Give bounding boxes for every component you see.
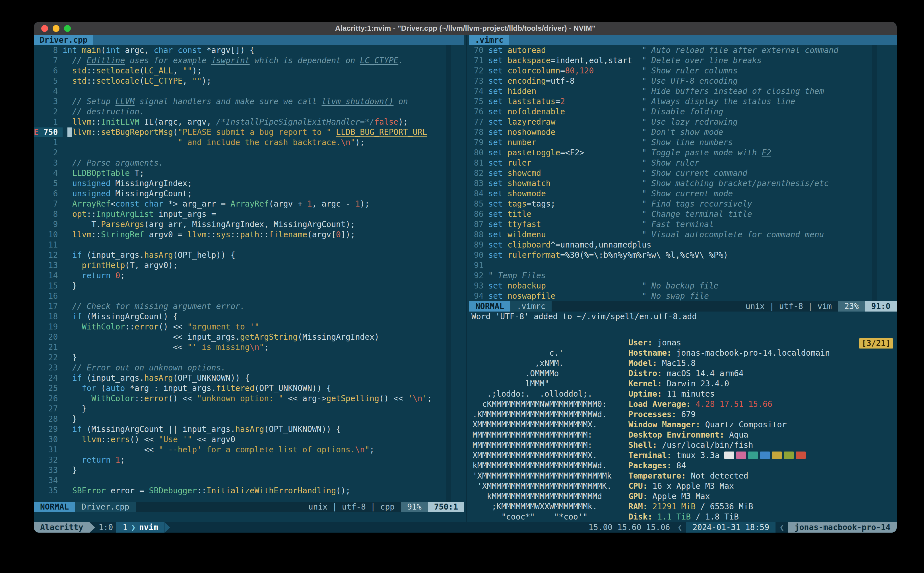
line-number: 1 — [34, 117, 63, 127]
line-number: 26 — [34, 394, 63, 403]
token: ( — [173, 127, 178, 137]
token: Model: — [629, 359, 657, 368]
buffer-line: Processes: 679 — [629, 409, 830, 420]
ascii-art-line: 'XMMMMMMMMMMMMMMMMMMMMMMMMMMk — [472, 471, 611, 481]
token: ' — [422, 394, 427, 403]
token: sys — [216, 230, 231, 239]
buffer-line: 89 set clipboard^=unnamed,unnamedplus — [469, 240, 897, 250]
buffer-line: Load Average: 4.28 17.51 15.66 — [629, 399, 830, 409]
tmux-session-name[interactable]: Alacritty — [34, 522, 90, 532]
token: " Show matching bracket/parenthesis/etc — [642, 178, 829, 188]
pane-driver-cpp[interactable]: Driver.cpp 8 int main(int argc, char con… — [34, 35, 464, 522]
line-number: 10 — [34, 230, 63, 239]
token: Processes: — [629, 410, 677, 419]
buffer-line: 74 set hidden " Hide buffers instead of … — [469, 86, 897, 97]
token: " Delete over line breaks — [642, 56, 761, 65]
chevron-left-icon: ❮ — [780, 522, 784, 532]
token: " — [365, 445, 369, 454]
token: ; — [120, 271, 125, 280]
token — [503, 127, 508, 137]
buffer-line: 27 } — [34, 404, 464, 414]
status-filename: Driver.cpp — [75, 502, 136, 512]
token: " Show ruler — [642, 158, 699, 168]
line-number: 24 — [34, 373, 63, 383]
close-button[interactable] — [41, 25, 48, 32]
token: ( — [101, 45, 106, 55]
token: ); — [192, 66, 202, 75]
token: << input_args. — [63, 332, 240, 342]
token — [63, 127, 67, 137]
token: (OPT_help)) { — [173, 250, 235, 260]
token: jonas-macbook-pro-14.localdomain — [672, 348, 830, 358]
token: "argument to '" — [187, 322, 259, 332]
line-number: 18 — [34, 312, 63, 321]
line-number: 4 — [34, 86, 63, 96]
token: "" — [192, 76, 202, 86]
code-buffer-vimrc[interactable]: 70 set autoread " Auto reload file after… — [469, 45, 897, 301]
line-number: 11 — [34, 240, 63, 249]
pane-neofetch[interactable]: [3/21] c.' ,xNMM. .OMMMMo lMMM" .;loddo:… — [469, 322, 897, 522]
token: StringRef — [101, 230, 144, 239]
ascii-art-line: 'XMMMMMMMMMMMMMMMMMMMMMMMMK. — [472, 481, 611, 492]
tmux-pane-divider[interactable] — [464, 35, 469, 522]
token: return — [82, 455, 111, 465]
tmux-window-name: nvim — [139, 522, 158, 532]
buffer-line: 7 // Editline uses for example iswprint … — [34, 55, 464, 66]
buffer-line: 87 set ttyfast " Fast terminal — [469, 219, 897, 230]
token: std — [72, 66, 87, 75]
token: =%30(%=\:b%n%y%m%r%w\ %l,%c%V\ %P%) — [560, 250, 728, 260]
token: ); — [355, 138, 365, 147]
tmux-window-tab-nvim[interactable]: 1❯nvim — [116, 522, 164, 532]
token: /usr/local/bin/fish — [657, 440, 753, 450]
buffer-line: Hostname: jonas-macbook-pro-14.localdoma… — [629, 348, 830, 358]
system-info-list: User: jonasHostname: jonas-macbook-pro-1… — [629, 338, 830, 522]
buffer-line: 92 " Temp Files — [469, 271, 897, 281]
token — [63, 178, 72, 188]
line-number: 1 — [34, 138, 63, 147]
token: argv0 = — [144, 230, 188, 239]
token: 1 — [355, 199, 360, 208]
minimize-button[interactable] — [53, 25, 59, 32]
line-number: 6 — [34, 66, 63, 75]
token: ; — [369, 445, 374, 454]
line-number: 6 — [34, 189, 63, 198]
token: path — [240, 230, 259, 239]
ascii-art-line — [472, 338, 611, 348]
token: set — [488, 189, 503, 198]
buffer-line: E 750 llvm::setBugReportMsg("PLEASE subm… — [34, 127, 464, 138]
token: SBDebugger — [149, 486, 197, 495]
token — [541, 168, 642, 178]
token: set — [488, 281, 503, 291]
token: hasArg — [235, 424, 264, 434]
token: InitializeWithErrorHandling — [206, 486, 336, 495]
token: T; — [130, 168, 144, 178]
line-number: 83 — [469, 178, 488, 188]
ascii-art-line: MMMMMMMMMMMMMMMMMMMMMMMM: — [472, 440, 611, 450]
token — [503, 45, 508, 55]
token — [63, 455, 82, 465]
buffer-line: 86 set title " Change terminal title — [469, 209, 897, 219]
token: set — [488, 127, 503, 137]
colorcolumn-ruler — [872, 45, 877, 301]
statusline-fill — [136, 502, 302, 512]
window-titlebar[interactable]: Alacritty:1:nvim - "Driver.cpp (~/llvm/l… — [34, 22, 897, 35]
token: if — [72, 250, 82, 260]
pane-vimrc[interactable]: .vimrc 70 set autoread " Auto reload fil… — [469, 35, 897, 322]
token: ); — [398, 117, 408, 127]
token: \n — [250, 343, 260, 352]
zoom-button[interactable] — [64, 25, 71, 32]
token: llvm — [82, 435, 101, 444]
buffer-line: 13 printHelp(T, argv0); — [34, 260, 464, 271]
token: :: — [91, 127, 101, 137]
token: ; — [427, 394, 432, 403]
token: ( — [139, 76, 144, 86]
buffer-line: 1 " and include the crash backtrace.\n")… — [34, 138, 464, 148]
line-number: 91 — [469, 261, 488, 270]
buffer-line: 29 if (MissingArgCount || input_args.has… — [34, 424, 464, 434]
token: 679 — [677, 410, 696, 419]
token: :: — [86, 210, 96, 219]
code-buffer-driver[interactable]: 8 int main(int argc, char const *argv[])… — [34, 45, 464, 502]
cursor-position: 91:0 — [865, 301, 897, 312]
token: = — [560, 66, 565, 75]
token: // Parse arguments. — [63, 158, 163, 168]
